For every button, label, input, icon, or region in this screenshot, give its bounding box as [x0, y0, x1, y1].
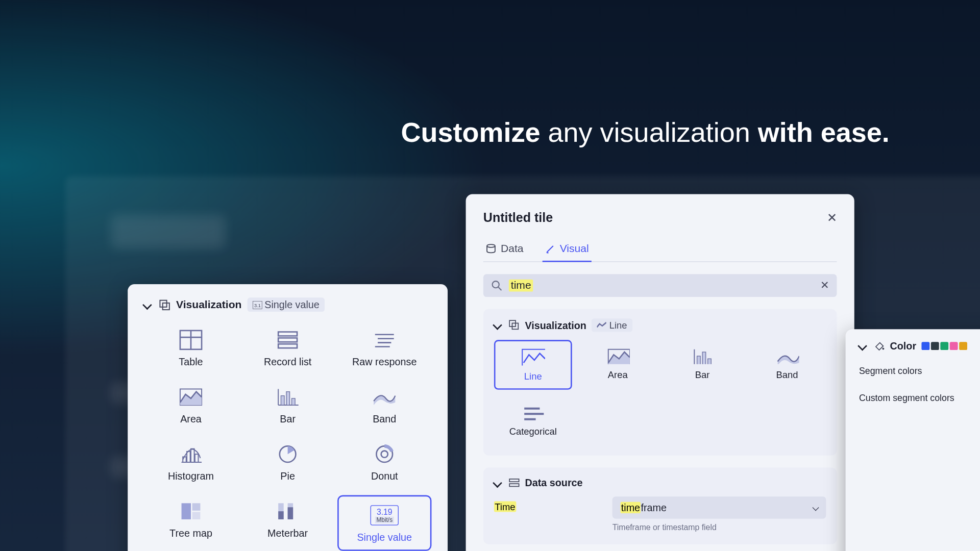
viz-option-bar[interactable]: Bar: [240, 381, 334, 429]
raw-response-icon: [371, 328, 398, 352]
viz-option-bar[interactable]: Bar: [664, 340, 742, 389]
viz-label: Categorical: [509, 426, 557, 437]
band-icon: [371, 385, 398, 409]
line-chart-icon: [597, 322, 606, 329]
viz-label: Meterbar: [267, 528, 308, 539]
viz-option-single-value[interactable]: 3.19Mbit/sSingle value: [337, 495, 431, 551]
svg-rect-9: [278, 344, 297, 348]
color-title: Color: [890, 340, 917, 351]
chevron-down-icon[interactable]: [493, 478, 502, 488]
viz-option-line[interactable]: Line: [494, 340, 572, 389]
section-title: Visualization: [176, 298, 241, 311]
svg-point-36: [493, 281, 499, 288]
categorical-icon: [521, 403, 545, 422]
viz-label: Area: [180, 413, 202, 424]
svg-point-35: [487, 244, 495, 247]
viz-label: Single value: [357, 532, 412, 543]
svg-line-37: [498, 287, 501, 290]
svg-rect-28: [182, 503, 191, 519]
svg-rect-29: [192, 503, 201, 510]
viz-label: Raw response: [352, 356, 416, 367]
band-icon: [775, 347, 799, 366]
chevron-down-icon[interactable]: [857, 341, 867, 350]
viz-label: Line: [524, 371, 542, 382]
svg-rect-22: [187, 452, 190, 462]
single-value-icon: 3.1: [253, 300, 262, 309]
donut-icon: [371, 442, 398, 466]
record-list-icon: [274, 328, 301, 352]
single-value-icon: 3.19Mbit/s: [371, 503, 398, 527]
viz-option-area[interactable]: Area: [579, 340, 657, 389]
chevron-down-icon[interactable]: [493, 320, 502, 330]
viz-label: Bar: [280, 413, 296, 424]
viz-option-histogram[interactable]: Histogram: [144, 438, 238, 486]
viz-option-table[interactable]: Table: [144, 324, 238, 371]
viz-label: Tree map: [169, 528, 212, 539]
svg-rect-8: [278, 338, 297, 342]
helper-text: Timeframe or timestamp field: [612, 523, 826, 532]
svg-rect-46: [708, 359, 712, 364]
visualization-gallery-panel: Visualization 3.1 Single value TableReco…: [128, 284, 448, 551]
viz-label: Table: [179, 356, 203, 367]
viz-option-raw-response[interactable]: Raw response: [337, 324, 431, 371]
histogram-icon: [178, 442, 205, 466]
chevron-down-icon: [813, 504, 819, 511]
time-select[interactable]: timeframe: [612, 496, 826, 518]
search-icon: [492, 280, 502, 291]
clear-search-icon[interactable]: ✕: [820, 280, 829, 291]
meterbar-icon: [274, 499, 301, 523]
viz-option-record-list[interactable]: Record list: [240, 324, 334, 371]
visualization-icon: [509, 320, 520, 331]
tab-visual[interactable]: Visual: [542, 237, 592, 261]
viz-label: Bar: [695, 369, 710, 380]
svg-rect-44: [697, 356, 701, 364]
svg-point-56: [882, 347, 884, 349]
tab-data[interactable]: Data: [483, 237, 526, 261]
svg-rect-24: [195, 454, 199, 462]
viz-label: Record list: [264, 356, 311, 367]
visualization-icon: [159, 298, 171, 311]
svg-rect-40: [522, 349, 545, 366]
viz-option-band[interactable]: Band: [337, 381, 431, 429]
viz-option-categorical[interactable]: Categorical: [494, 396, 572, 443]
close-icon[interactable]: ✕: [827, 212, 837, 224]
svg-rect-17: [281, 396, 284, 405]
current-viz-badge: 3.1 Single value: [247, 297, 325, 312]
segment-colors-label: Segment colors: [859, 366, 973, 376]
brush-icon: [545, 243, 555, 254]
search-input[interactable]: time ✕: [483, 274, 837, 297]
table-icon: [178, 328, 205, 352]
svg-rect-30: [192, 512, 201, 519]
hero-headline: Customize any visualization with ease.: [0, 117, 980, 148]
viz-label: Band: [373, 413, 396, 424]
bar-icon: [274, 385, 301, 409]
chevron-down-icon[interactable]: [142, 300, 152, 310]
current-viz-badge: Line: [592, 318, 632, 332]
tile-editor-panel: Untitled tile ✕ Data Visual time ✕ Visua…: [466, 194, 854, 551]
header-swatches: [922, 342, 968, 350]
svg-point-27: [381, 451, 388, 458]
viz-option-band[interactable]: Band: [748, 340, 826, 389]
paint-bucket-icon: [874, 340, 885, 351]
bg-blur: [111, 215, 225, 248]
viz-option-donut[interactable]: Donut: [337, 438, 431, 486]
svg-rect-45: [702, 352, 706, 364]
viz-option-tree-map[interactable]: Tree map: [144, 495, 238, 551]
svg-rect-51: [509, 483, 519, 486]
svg-text:3.1: 3.1: [254, 303, 260, 308]
viz-label: Pie: [280, 470, 295, 482]
svg-rect-7: [278, 332, 297, 336]
svg-rect-23: [191, 449, 194, 462]
viz-option-area[interactable]: Area: [144, 381, 238, 429]
color-panel: Color Segment colors Default Custom segm…: [846, 329, 980, 551]
viz-option-pie[interactable]: Pie: [240, 438, 334, 486]
svg-rect-19: [292, 398, 296, 405]
svg-rect-0: [160, 300, 166, 307]
viz-option-meterbar[interactable]: Meterbar: [240, 495, 334, 551]
svg-rect-1: [163, 303, 169, 309]
svg-rect-32: [278, 511, 284, 519]
viz-label: Donut: [371, 470, 398, 482]
field-label-time: Time: [494, 496, 602, 512]
visualization-section: Visualization Line LineAreaBarBandCatego…: [483, 309, 837, 456]
pie-icon: [274, 442, 301, 466]
